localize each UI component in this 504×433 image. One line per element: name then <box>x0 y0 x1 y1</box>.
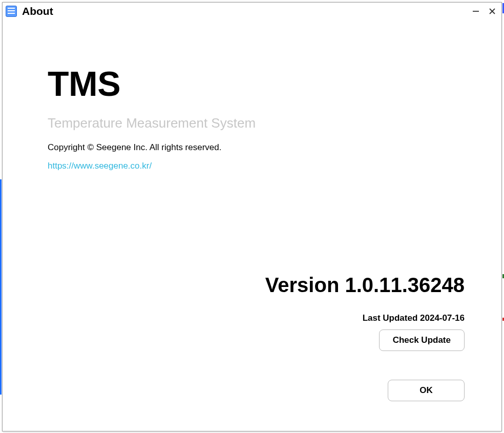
copyright-text: Copyright © Seegene Inc. All rights rese… <box>48 142 466 153</box>
window-title: About <box>22 5 471 17</box>
company-url-link[interactable]: https://www.seegene.co.kr/ <box>48 161 152 171</box>
last-updated-text: Last Updated 2024-07-16 <box>265 313 465 323</box>
app-icon <box>6 6 17 17</box>
check-update-button[interactable]: Check Update <box>379 329 465 351</box>
minimize-button[interactable] <box>471 6 481 16</box>
ok-row: OK <box>388 380 465 401</box>
about-window: About TMS Temperature Measurement System… <box>2 2 502 431</box>
product-name: TMS <box>48 66 466 101</box>
version-block: Version 1.0.11.36248 Last Updated 2024-0… <box>265 274 465 351</box>
product-subtitle: Temperature Measurement System <box>48 115 466 131</box>
minimize-icon <box>472 8 479 15</box>
close-icon <box>489 8 496 15</box>
ok-button[interactable]: OK <box>388 380 465 401</box>
titlebar: About <box>3 3 501 20</box>
window-controls <box>471 6 497 16</box>
version-text: Version 1.0.11.36248 <box>265 274 465 297</box>
about-content: TMS Temperature Measurement System Copyr… <box>3 20 501 431</box>
close-button[interactable] <box>487 6 497 16</box>
